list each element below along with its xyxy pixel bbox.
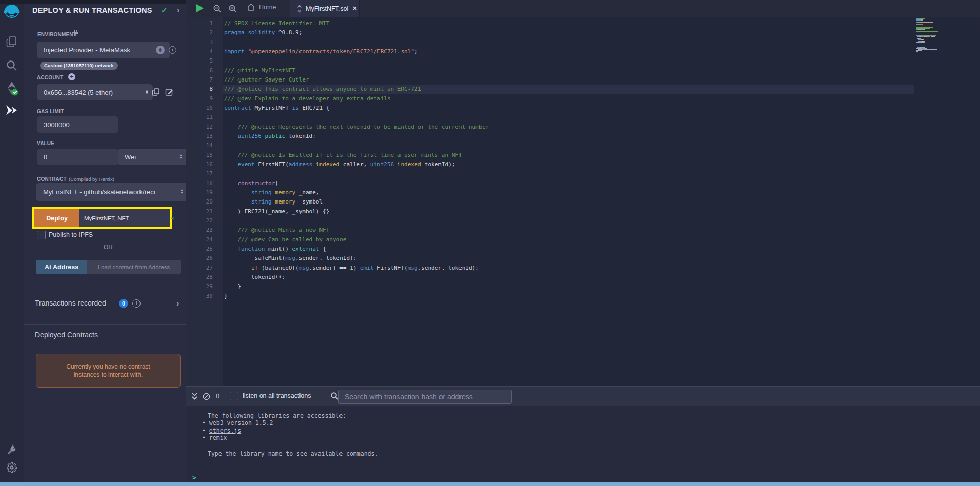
settings-gear-icon[interactable] bbox=[0, 462, 24, 473]
line-number: 28 bbox=[186, 273, 213, 282]
line-number: 5 bbox=[186, 56, 213, 66]
line-number: 11 bbox=[186, 113, 213, 122]
contract-select[interactable]: MyFirstNFT - github/skalenetwork/reci ▲▼ bbox=[36, 183, 188, 201]
code-line bbox=[224, 216, 489, 226]
code-line bbox=[224, 38, 489, 47]
environment-label: ENVIRONMENT bbox=[37, 32, 76, 37]
transactions-info-icon[interactable]: i bbox=[132, 299, 141, 308]
value-unit-select[interactable]: Wei ▲▼ bbox=[118, 149, 187, 165]
value-input[interactable]: 0 bbox=[37, 149, 118, 165]
deployed-contracts-label: Deployed Contracts bbox=[35, 331, 98, 339]
code-line: event FirstNFT(address indexed caller, u… bbox=[224, 160, 489, 169]
deploy-args-expand-chevron-icon[interactable]: ⌄ bbox=[169, 213, 175, 221]
environment-plug-icon bbox=[72, 29, 79, 39]
terminal-line: The following libraries are accessible: bbox=[208, 412, 346, 419]
deploy-run-panel: DEPLOY & RUN TRANSACTIONS ✓ › ENVIRONMEN… bbox=[24, 0, 186, 482]
code-line: /// @notice Represents the next tokenId … bbox=[224, 123, 489, 132]
code-line: _safeMint(msg.sender, tokenId); bbox=[224, 254, 489, 263]
line-number: 19 bbox=[186, 188, 213, 197]
deploy-button[interactable]: Deploy bbox=[34, 209, 79, 227]
code-line: /// @title MyFirstNFT bbox=[224, 66, 489, 75]
deploy-args-input[interactable]: MyFirstNFT, NFT bbox=[79, 209, 170, 227]
tab-home[interactable]: Home bbox=[247, 3, 276, 11]
code-line: string memory _symbol bbox=[224, 197, 489, 207]
code-line: } bbox=[224, 282, 489, 291]
terminal-search-input[interactable]: Search with transaction hash or address bbox=[338, 390, 512, 404]
close-tab-icon[interactable]: ✕ bbox=[352, 5, 357, 12]
add-account-icon[interactable]: + bbox=[68, 73, 75, 80]
account-label: ACCOUNT bbox=[37, 75, 63, 80]
account-select[interactable]: 0x656...83542 (5 ether) ▲▼ bbox=[37, 84, 153, 100]
line-number: 15 bbox=[186, 151, 213, 160]
zoom-in-icon[interactable] bbox=[228, 4, 237, 15]
deploy-highlight-box: Deploy MyFirstNFT, NFT bbox=[32, 207, 172, 229]
line-number: 2 bbox=[186, 28, 213, 37]
tab-home-label: Home bbox=[259, 4, 276, 11]
at-address-input[interactable]: Load contract from Address bbox=[87, 260, 181, 274]
terminal-search-icon bbox=[330, 392, 339, 402]
line-number: 20 bbox=[186, 197, 213, 207]
line-number: 3 bbox=[186, 38, 213, 47]
line-number: 9 bbox=[186, 94, 213, 104]
line-number: 29 bbox=[186, 282, 213, 291]
zoom-out-icon[interactable] bbox=[213, 4, 222, 15]
code-line bbox=[224, 56, 489, 66]
code-line: } bbox=[224, 292, 489, 301]
search-icon[interactable] bbox=[0, 59, 24, 72]
deploy-run-icon[interactable] bbox=[0, 104, 24, 116]
editor-minimap[interactable] bbox=[916, 18, 961, 54]
line-number: 7 bbox=[186, 75, 213, 85]
code-line: /// @dev Can be called by anyone bbox=[224, 235, 489, 245]
line-number: 4 bbox=[186, 47, 213, 56]
publish-ipfs-label: Publish to IPFS bbox=[49, 231, 93, 238]
line-number: 8 bbox=[186, 85, 213, 94]
terminal-lib-link[interactable]: • ethers.js bbox=[202, 427, 241, 434]
line-number: 23 bbox=[186, 226, 213, 235]
listen-label: listen on all transactions bbox=[243, 392, 311, 399]
terminal-lib-link[interactable]: • web3 version 1.5.2 bbox=[202, 419, 273, 427]
environment-select[interactable]: Injected Provider - MetaMask ▲▼ bbox=[37, 42, 170, 58]
terminal-line: Type the library name to see available c… bbox=[208, 450, 378, 457]
transactions-expand-chevron-icon[interactable]: › bbox=[176, 299, 179, 308]
code-line: /// @notice Mints a new NFT bbox=[224, 226, 489, 235]
line-number: 30 bbox=[186, 292, 213, 301]
listen-checkbox[interactable] bbox=[230, 392, 238, 400]
bottom-bar bbox=[0, 482, 980, 486]
tab-myfirstnft[interactable]: MyFirstNFT.sol ✕ bbox=[290, 0, 360, 17]
terminal-count: 0 bbox=[216, 392, 219, 400]
line-number: 24 bbox=[186, 235, 213, 245]
line-number: 10 bbox=[186, 104, 213, 113]
compile-success-check-icon: ✓ bbox=[161, 6, 168, 15]
solidity-compiler-icon[interactable] bbox=[0, 81, 24, 96]
plugin-manager-icon[interactable] bbox=[0, 443, 24, 455]
edit-account-icon[interactable] bbox=[165, 88, 173, 98]
line-number: 22 bbox=[186, 216, 213, 226]
file-explorer-icon[interactable] bbox=[0, 36, 24, 48]
remix-ide-window: DEPLOY & RUN TRANSACTIONS ✓ › ENVIRONMEN… bbox=[0, 0, 980, 486]
code-line: /// @notice Is Emitted if it is the firs… bbox=[224, 151, 489, 160]
expand-terminal-icon[interactable] bbox=[191, 392, 198, 403]
icon-rail bbox=[0, 0, 24, 482]
publish-ipfs-checkbox[interactable] bbox=[37, 231, 46, 239]
solidity-file-icon bbox=[296, 5, 303, 13]
gas-limit-input[interactable]: 3000000 bbox=[37, 116, 118, 133]
at-address-button[interactable]: At Address bbox=[36, 260, 87, 274]
code-line: tokenId++; bbox=[224, 273, 489, 282]
remix-logo-icon[interactable] bbox=[0, 4, 24, 21]
line-number: 25 bbox=[186, 245, 213, 254]
code-line: function mint() external { bbox=[224, 245, 489, 254]
copy-account-icon[interactable] bbox=[152, 88, 160, 98]
transactions-count-badge: 0 bbox=[119, 299, 128, 308]
contract-label: CONTRACT (Compiled by Remix) bbox=[37, 174, 114, 183]
panel-collapse-chevron-icon[interactable]: › bbox=[177, 6, 179, 15]
value-label: VALUE bbox=[37, 140, 54, 146]
code-line: import "@openzeppelin/contracts/token/ER… bbox=[224, 47, 489, 56]
code-line: if (balanceOf(msg.sender) == 1) emit Fir… bbox=[224, 264, 489, 273]
run-script-icon[interactable] bbox=[195, 4, 204, 15]
code-line: ) ERC721(_name, _symbol) {} bbox=[224, 207, 489, 216]
terminal-prompt[interactable]: > bbox=[192, 474, 196, 481]
code-editor[interactable]: // SPDX-License-Identifier: MITpragma so… bbox=[224, 19, 489, 301]
environment-info-icon[interactable]: i bbox=[169, 46, 176, 54]
clear-console-icon[interactable] bbox=[203, 393, 210, 402]
line-number: 26 bbox=[186, 254, 213, 263]
